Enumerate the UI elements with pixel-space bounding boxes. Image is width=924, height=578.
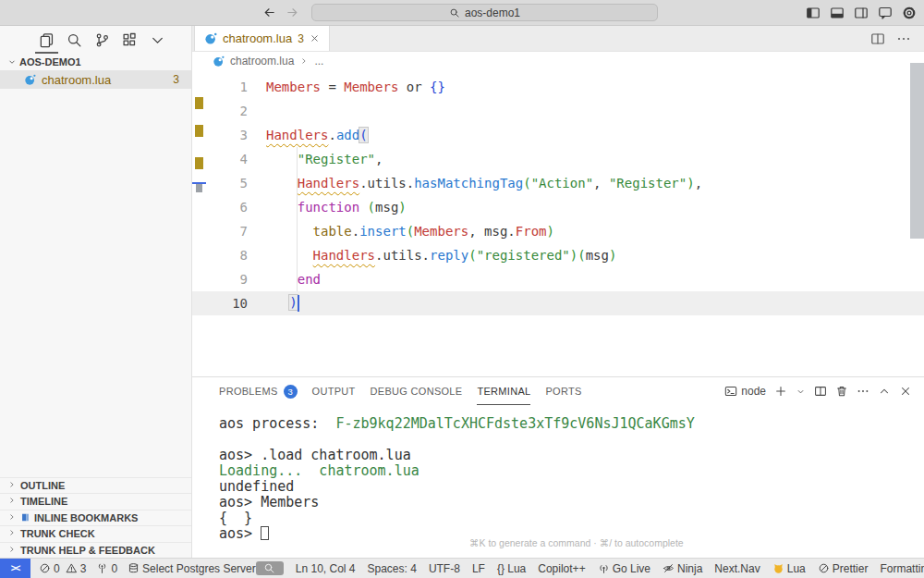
maximize-panel-icon[interactable]: [878, 385, 891, 398]
status-lua-helper[interactable]: Lua: [772, 562, 806, 575]
overview-warning-mark: [195, 97, 203, 109]
status-ninja[interactable]: Ninja: [663, 562, 702, 575]
search-value: aos-demo1: [465, 6, 520, 19]
status-label: 0: [111, 562, 117, 575]
breadcrumb-more[interactable]: ...: [314, 55, 323, 68]
source-control-icon: [94, 32, 110, 48]
editor-area: chatroom.lua 3 chatroom.lua ... 1Members…: [192, 26, 924, 558]
status-prettier[interactable]: Prettier: [818, 562, 869, 575]
status-right: Ln 10, Col 4Spaces: 4UTF-8LF{} LuaCopilo…: [256, 561, 924, 575]
panel-tab-debug-console[interactable]: DEBUG CONSOLE: [371, 377, 463, 405]
search-icon: [67, 32, 82, 48]
activity-more-views[interactable]: [148, 26, 167, 54]
status-forwarded-ports[interactable]: 0: [96, 562, 117, 575]
activity-explorer[interactable]: [37, 26, 56, 54]
close-panel-icon[interactable]: [899, 385, 912, 398]
chevron-right-icon: [7, 512, 17, 522]
terminal-line: { }: [219, 510, 924, 526]
sidebar-section[interactable]: TIMELINE: [0, 493, 191, 510]
close-icon[interactable]: [310, 33, 320, 43]
status-eol[interactable]: LF: [472, 562, 485, 575]
status-problems[interactable]: 03: [39, 562, 86, 575]
status-formatting[interactable]: Formatting: ✓: [880, 562, 924, 575]
toggle-secondary-sidebar-icon[interactable]: [854, 6, 869, 20]
status-next-nav[interactable]: Next.Nav: [714, 562, 760, 575]
workspace-header[interactable]: AOS-DEMO1: [0, 54, 191, 70]
sidebar-section[interactable]: INLINE BOOKMARKS: [0, 510, 191, 526]
status-go-live[interactable]: Go Live: [598, 562, 650, 575]
code-line-9: 9 end: [192, 267, 924, 291]
status-copilot[interactable]: Copilot++: [538, 562, 585, 575]
code-line-8: 8 Handlers.utils.reply("registered")(msg…: [192, 243, 924, 267]
status-indentation[interactable]: Spaces: 4: [368, 562, 417, 575]
tab-chatroom-lua[interactable]: chatroom.lua 3: [194, 26, 330, 51]
panel-tab-label: PROBLEMS: [219, 386, 278, 397]
lua-file-icon: [213, 55, 225, 68]
text-cursor: [298, 295, 299, 312]
sidebar-empty-space: [0, 89, 191, 477]
terminal-line: aos> .load chatroom.lua: [219, 448, 924, 463]
section-label: OUTLINE: [20, 480, 65, 491]
shell-selector[interactable]: node: [724, 385, 766, 398]
command-center-search[interactable]: aos-demo1: [311, 4, 658, 21]
panel-tab-terminal[interactable]: TERMINAL: [477, 377, 530, 405]
section-label: TRUNK HELP & FEEDBACK: [20, 545, 155, 556]
more-actions-icon[interactable]: [857, 385, 869, 398]
overview-warning-mark: [195, 125, 203, 137]
tab-problem-badge: 3: [298, 32, 304, 45]
feedback-icon[interactable]: [878, 6, 893, 20]
terminal[interactable]: aos process: F-zb9kq22MDalTcXHCFdste3xTf…: [192, 405, 924, 558]
sidebar-section[interactable]: TRUNK CHECK: [0, 525, 191, 542]
chevron-right-icon: [7, 480, 17, 489]
breadcrumb-file[interactable]: chatroom.lua: [230, 55, 294, 68]
cat-icon: [772, 562, 784, 574]
terminal-line: Loading... chatroom.lua: [219, 463, 924, 479]
sidebar-section[interactable]: OUTLINE: [0, 477, 191, 494]
activity-extensions[interactable]: [120, 26, 140, 54]
line-number: 9: [192, 272, 248, 287]
panel-tab-label: OUTPUT: [312, 386, 356, 397]
panel-tab-ports[interactable]: PORTS: [545, 377, 581, 405]
status-label: 0: [54, 562, 60, 575]
remote-indicator[interactable]: ><: [0, 559, 30, 578]
status-label: LF: [472, 562, 485, 575]
status-encoding[interactable]: UTF-8: [429, 562, 460, 575]
file-item[interactable]: chatroom.lua 3: [0, 70, 191, 89]
panel-tab-problems[interactable]: PROBLEMS 3: [219, 377, 298, 405]
toggle-primary-sidebar-icon[interactable]: [806, 6, 821, 20]
kill-terminal-icon[interactable]: [835, 385, 848, 398]
code-line-5: 5 Handlers.utils.hasMatchingTag("Action"…: [192, 171, 924, 195]
files-icon: [39, 32, 55, 48]
sidebar-section[interactable]: TRUNK HELP & FEEDBACK: [0, 542, 191, 559]
status-postgres-server[interactable]: Select Postgres Server: [128, 562, 256, 575]
back-icon[interactable]: [262, 6, 276, 19]
status-zoom[interactable]: [256, 561, 284, 575]
activity-search[interactable]: [65, 26, 84, 54]
status-cursor-position[interactable]: Ln 10, Col 4: [296, 562, 356, 575]
problems-count-badge: 3: [284, 385, 298, 399]
activity-source-control[interactable]: [92, 26, 112, 54]
history-nav: [262, 0, 299, 25]
magnifier-icon: [263, 562, 275, 574]
radio-tower-icon: [96, 562, 108, 574]
new-terminal-icon[interactable]: [774, 385, 787, 398]
editor-scrollbar[interactable]: [910, 63, 924, 239]
status-label: Ninja: [677, 562, 702, 575]
status-label: 3: [80, 562, 87, 575]
code-editor[interactable]: 1Members = Members or {}23Handlers.add(4…: [192, 70, 924, 376]
split-terminal-icon[interactable]: [814, 385, 827, 398]
toggle-panel-icon[interactable]: [830, 6, 845, 20]
launch-profile-dropdown-icon[interactable]: [796, 387, 806, 397]
chevron-right-icon: [7, 545, 17, 554]
status-label: Go Live: [613, 562, 650, 575]
panel-tabs: PROBLEMS 3 OUTPUT DEBUG CONSOLE TERMINAL…: [219, 377, 597, 405]
search-icon: [449, 7, 460, 18]
forward-icon[interactable]: [286, 6, 299, 19]
line-number: 1: [192, 80, 248, 94]
status-language-mode[interactable]: {} Lua: [497, 562, 526, 575]
line-number: 8: [192, 248, 248, 263]
split-editor-icon[interactable]: [870, 31, 885, 46]
manage-settings-icon[interactable]: [902, 6, 917, 20]
more-actions-icon[interactable]: [896, 31, 911, 46]
panel-tab-output[interactable]: OUTPUT: [312, 377, 356, 405]
